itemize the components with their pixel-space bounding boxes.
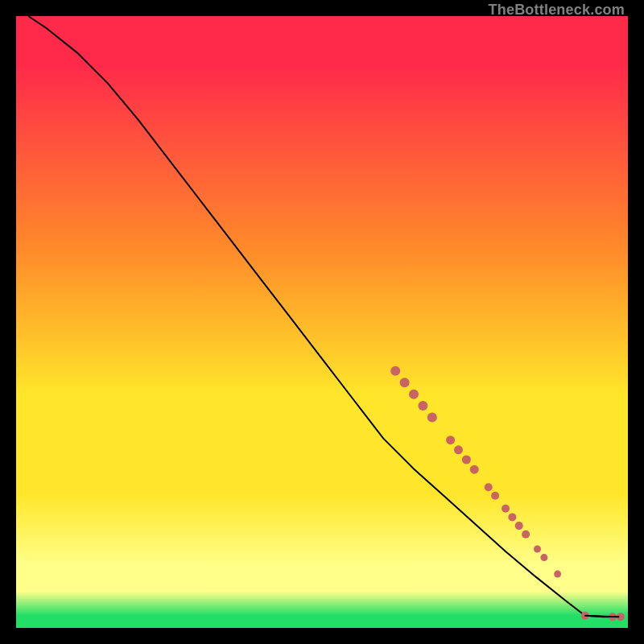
data-dot (446, 436, 455, 444)
data-dots-group (390, 366, 625, 621)
black-frame: TheBottleneck.com (0, 0, 644, 644)
data-dot (400, 378, 410, 387)
data-dot (409, 390, 419, 399)
data-dot (390, 366, 400, 376)
bottleneck-curve (28, 16, 618, 617)
data-dot (540, 554, 547, 561)
data-dot (515, 522, 523, 530)
chart-overlay (16, 16, 628, 628)
data-dot (418, 401, 427, 411)
data-dot (508, 513, 516, 521)
data-dot (462, 456, 471, 464)
data-dot (491, 492, 499, 500)
data-dot (554, 571, 561, 578)
data-dot (502, 505, 510, 513)
data-dot (534, 546, 541, 553)
data-dot (454, 445, 463, 454)
data-dot (485, 483, 493, 491)
data-dot (427, 413, 437, 423)
data-dot (470, 465, 479, 474)
data-dot (522, 530, 530, 539)
